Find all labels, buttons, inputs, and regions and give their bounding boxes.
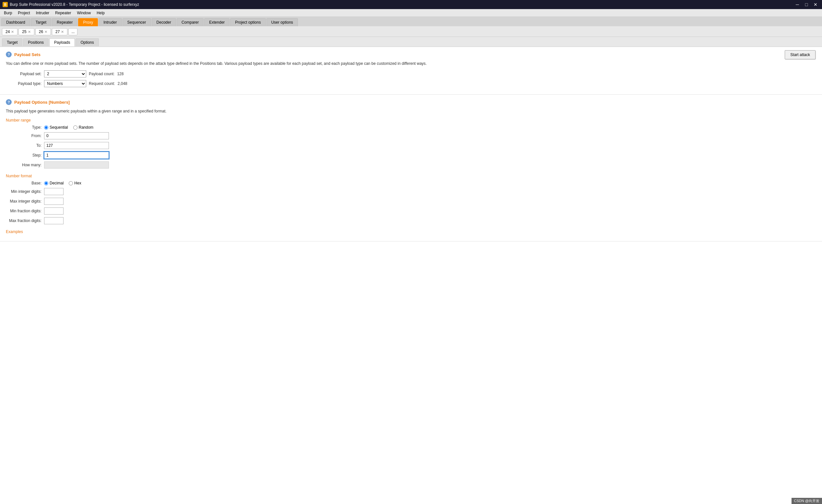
payload-options-section: ? Payload Options [Numbers] This payload… xyxy=(0,95,822,241)
top-tabs: Dashboard Target Repeater Proxy Intruder… xyxy=(0,17,822,27)
close-button[interactable]: ✕ xyxy=(812,1,819,8)
max-fraction-label: Max fraction digits: xyxy=(6,218,41,223)
menu-help[interactable]: Help xyxy=(94,10,107,16)
tab-target-section[interactable]: Target xyxy=(2,38,22,46)
base-label: Base: xyxy=(6,181,41,185)
tab-decoder[interactable]: Decoder xyxy=(152,18,176,26)
random-radio[interactable] xyxy=(73,125,77,130)
payload-count-label: Payload count: xyxy=(89,72,114,76)
number-format-group: Number format Base: Decimal Hex Min inte… xyxy=(6,174,816,224)
tab-options-section[interactable]: Options xyxy=(75,38,98,46)
type-radio-group: Sequential Random xyxy=(44,125,93,130)
tab-target[interactable]: Target xyxy=(31,18,51,26)
type-row: Type: Sequential Random xyxy=(6,125,816,130)
number-range-group: Number range Type: Sequential Random Fro… xyxy=(6,118,816,168)
close-tab-25[interactable]: ✕ xyxy=(28,30,31,34)
from-input[interactable] xyxy=(44,132,109,139)
tab-repeater[interactable]: Repeater xyxy=(52,18,77,26)
tab-positions-section[interactable]: Positions xyxy=(23,38,49,46)
start-attack-button[interactable]: Start attack xyxy=(785,50,816,59)
hex-radio-label[interactable]: Hex xyxy=(69,181,81,185)
tab-user-options[interactable]: User options xyxy=(267,18,298,26)
min-fraction-row: Min fraction digits: xyxy=(6,207,816,214)
payload-set-select[interactable]: 1 2 3 4 xyxy=(44,70,86,77)
step-input[interactable] xyxy=(44,152,109,159)
max-fraction-row: Max fraction digits: xyxy=(6,217,816,224)
max-integer-input[interactable] xyxy=(44,198,63,205)
tab-sequencer[interactable]: Sequencer xyxy=(122,18,151,26)
title-bar-controls[interactable]: ─ □ ✕ xyxy=(793,1,819,8)
payload-sets-title: Payload Sets xyxy=(14,52,40,57)
close-tab-27[interactable]: ✕ xyxy=(61,30,64,34)
section-tabs: Target Positions Payloads Options xyxy=(0,37,822,47)
min-integer-label: Min integer digits: xyxy=(6,189,41,194)
tab-intruder[interactable]: Intruder xyxy=(98,18,121,26)
examples-label: Examples xyxy=(6,229,816,234)
base-row: Base: Decimal Hex xyxy=(6,181,816,185)
step-row: Step: xyxy=(6,152,816,159)
payload-sets-section: ? Payload Sets You can define one or mor… xyxy=(0,47,822,95)
payload-type-select[interactable]: Simple list Runtime file Custom iterator… xyxy=(44,80,86,87)
close-tab-24[interactable]: ✕ xyxy=(11,30,14,34)
payload-sets-description: You can define one or more payload sets.… xyxy=(6,61,816,66)
request-count-label: Request count: xyxy=(89,81,115,86)
tab-dashboard[interactable]: Dashboard xyxy=(1,18,30,26)
payload-type-row: Payload type: Simple list Runtime file C… xyxy=(6,80,816,87)
min-integer-input[interactable] xyxy=(44,188,63,195)
tab-extender[interactable]: Extender xyxy=(204,18,230,26)
minimize-button[interactable]: ─ xyxy=(793,1,801,8)
intruder-tab-25[interactable]: 25 ✕ xyxy=(18,28,34,35)
to-input[interactable] xyxy=(44,142,109,149)
max-integer-row: Max integer digits: xyxy=(6,198,816,205)
menu-repeater[interactable]: Repeater xyxy=(52,10,74,16)
title-bar: B Burp Suite Professional v2020.8 - Temp… xyxy=(0,0,822,9)
payload-options-help-icon[interactable]: ? xyxy=(6,99,12,105)
menu-project[interactable]: Project xyxy=(15,10,32,16)
examples-section: Examples xyxy=(6,229,816,234)
tab-comparer[interactable]: Comparer xyxy=(177,18,203,26)
number-format-label: Number format xyxy=(6,174,816,178)
payload-options-description: This payload type generates numeric payl… xyxy=(6,108,816,114)
payload-sets-header: ? Payload Sets xyxy=(6,52,816,57)
intruder-tab-27[interactable]: 27 ✕ xyxy=(52,28,67,35)
min-fraction-input[interactable] xyxy=(44,207,63,214)
tab-project-options[interactable]: Project options xyxy=(230,18,266,26)
max-fraction-input[interactable] xyxy=(44,217,63,224)
min-integer-row: Min integer digits: xyxy=(6,188,816,195)
hex-radio[interactable] xyxy=(69,181,73,185)
main-content: Start attack ? Payload Sets You can defi… xyxy=(0,47,822,504)
from-row: From: xyxy=(6,132,816,139)
watermark: CSDN @向开发 xyxy=(792,498,822,504)
tab-payloads-section[interactable]: Payloads xyxy=(49,38,75,46)
to-label: To: xyxy=(6,143,41,148)
tab-proxy[interactable]: Proxy xyxy=(78,18,98,26)
from-label: From: xyxy=(6,133,41,138)
maximize-button[interactable]: □ xyxy=(803,1,810,8)
decimal-radio-label[interactable]: Decimal xyxy=(44,181,63,185)
payload-sets-help-icon[interactable]: ? xyxy=(6,52,12,57)
payload-set-row: Payload set: 1 2 3 4 Payload count: 128 xyxy=(6,70,816,77)
how-many-input xyxy=(44,161,109,168)
intruder-more-tabs[interactable]: ... xyxy=(68,28,77,35)
menu-window[interactable]: Window xyxy=(74,10,93,16)
payload-options-header: ? Payload Options [Numbers] xyxy=(6,99,816,105)
decimal-radio[interactable] xyxy=(44,181,48,185)
min-fraction-label: Min fraction digits: xyxy=(6,209,41,213)
title-bar-left: B Burp Suite Professional v2020.8 - Temp… xyxy=(3,2,139,7)
how-many-label: How many: xyxy=(6,163,41,167)
to-row: To: xyxy=(6,142,816,149)
how-many-row: How many: xyxy=(6,161,816,168)
menu-intruder[interactable]: Intruder xyxy=(33,10,52,16)
intruder-tab-26[interactable]: 26 ✕ xyxy=(35,28,51,35)
payload-count-value: 128 xyxy=(117,72,123,76)
sequential-radio-label[interactable]: Sequential xyxy=(44,125,68,130)
sequential-radio[interactable] xyxy=(44,125,48,130)
max-integer-label: Max integer digits: xyxy=(6,199,41,203)
intruder-tab-24[interactable]: 24 ✕ xyxy=(2,28,17,35)
type-label: Type: xyxy=(6,125,41,130)
close-tab-26[interactable]: ✕ xyxy=(44,30,47,34)
number-range-label: Number range xyxy=(6,118,816,122)
random-radio-label[interactable]: Random xyxy=(73,125,93,130)
step-label: Step: xyxy=(6,153,41,157)
menu-burp[interactable]: Burp xyxy=(1,10,15,16)
